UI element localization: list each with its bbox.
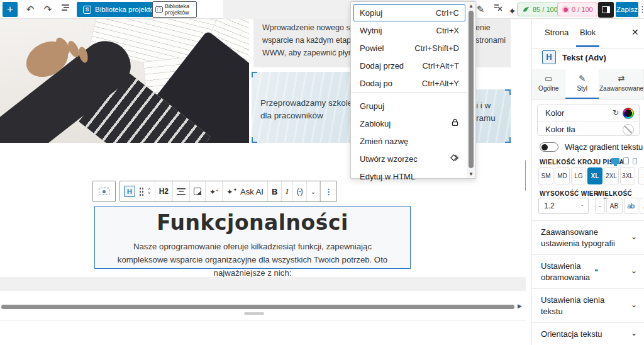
- section-heading[interactable]: Funkcjonalności: [95, 210, 410, 235]
- subtab-style[interactable]: ✎ Styl: [565, 69, 599, 99]
- reset-color-icon[interactable]: ↻: [613, 105, 619, 121]
- blue-card-text: ramu: [476, 112, 511, 125]
- style-pen-icon: ✎: [565, 74, 598, 83]
- heading-level-button[interactable]: H2: [155, 181, 173, 201]
- menu-item-add-after[interactable]: Dodaj po Ctrl+Alt+Y: [353, 75, 465, 92]
- ai-enhance-button[interactable]: ✦₊: [206, 181, 223, 201]
- italic-button[interactable]: I: [282, 181, 292, 201]
- vertical-scrollbar-thumb[interactable]: [525, 159, 526, 192]
- clear-formatting-icon[interactable]: [491, 2, 506, 17]
- accordion-border[interactable]: Ustawienia obramowania ⌄: [532, 254, 644, 288]
- size-md-button[interactable]: MD: [555, 167, 570, 184]
- gray-card-text: enie: [475, 21, 511, 34]
- project-library-secondary-button[interactable]: ▢ Biblioteka projektów: [152, 1, 197, 18]
- sidebar-panel-icon: [602, 6, 610, 13]
- shortcut-label: Ctrl+Alt+Y: [422, 75, 459, 92]
- menu-item-duplicate[interactable]: Powiel Ctrl+Shift+D: [353, 40, 465, 57]
- block-card: H Tekst (Adv): [532, 48, 644, 69]
- align-center-icon: [177, 188, 186, 195]
- ask-ai-button[interactable]: ✦✦ Ask AI: [223, 181, 268, 201]
- menu-scroll-up-icon[interactable]: ▲: [469, 3, 474, 9]
- list-view-icon[interactable]: [58, 2, 73, 17]
- size-lg-button[interactable]: LG: [571, 167, 586, 184]
- line-height-stepper-minus[interactable]: -: [581, 201, 584, 208]
- duplicate-style-button[interactable]: [190, 181, 206, 201]
- menu-item-add-before[interactable]: Dodaj przed Ctrl+Alt+T: [353, 57, 465, 74]
- redo-icon[interactable]: ↷: [40, 2, 55, 17]
- accordion-text-shadow[interactable]: Ustawienia cienia tekstu ⌄: [532, 288, 644, 322]
- seo-score-value: 85 / 100: [533, 6, 558, 13]
- undo-icon[interactable]: ↶: [23, 2, 38, 17]
- menu-scrollbar[interactable]: ▲ ▼: [467, 3, 475, 178]
- subtab-advanced[interactable]: ⇄ Zaawansowane: [599, 69, 644, 99]
- menu-item-lock[interactable]: Zablokuj: [353, 115, 465, 132]
- no-color-swatch[interactable]: [623, 124, 634, 135]
- readability-score-badge[interactable]: 0 / 100: [557, 3, 598, 16]
- drag-handle[interactable]: [139, 187, 144, 196]
- case-capitalize-button[interactable]: Ab: [640, 198, 644, 214]
- scroll-up-arrow-icon[interactable]: ▲: [525, 24, 526, 30]
- move-up-down-buttons[interactable]: ˄˅: [148, 188, 151, 195]
- save-button[interactable]: Zapisz: [616, 2, 638, 17]
- library-box-icon: ▢: [155, 6, 163, 13]
- seo-score-badge[interactable]: 85 / 100: [517, 3, 563, 16]
- selection-corner: [505, 89, 511, 95]
- resize-drag-handle[interactable]: [244, 312, 264, 315]
- scroll-right-arrow-icon[interactable]: ▶: [518, 303, 522, 309]
- tablet-icon[interactable]: [623, 157, 629, 164]
- menu-scroll-down-icon[interactable]: ▼: [469, 171, 474, 177]
- format-dropdown-button[interactable]: ⌄: [307, 181, 320, 201]
- chevron-down-icon: ⌄: [311, 188, 316, 195]
- menu-scrollbar-thumb[interactable]: [469, 11, 474, 168]
- menu-item-create-pattern[interactable]: Utwórz wzorzec: [353, 150, 465, 167]
- project-library-secondary-label: Biblioteka projektów: [165, 3, 189, 16]
- tab-block[interactable]: Blok: [580, 28, 596, 37]
- selection-corner: [252, 137, 257, 143]
- general-panel-icon: ▭: [532, 74, 565, 83]
- bold-button[interactable]: B: [268, 181, 282, 201]
- desk-photo-image[interactable]: [0, 19, 249, 143]
- scroll-down-arrow-icon[interactable]: ▼: [525, 295, 526, 301]
- settings-sidebar-toggle[interactable]: [598, 2, 614, 18]
- accordion-text-orientation[interactable]: Orientacja tekstu ⌄: [532, 322, 644, 345]
- subtab-general[interactable]: ▭ Ogólne: [532, 69, 565, 99]
- menu-item-edit-html[interactable]: Edytuj w HTML: [353, 168, 465, 185]
- custom-size-sliders-button[interactable]: ⇄: [638, 167, 644, 184]
- horizontal-scrollbar-thumb[interactable]: [1, 305, 514, 309]
- block-inserter-button[interactable]: +: [3, 2, 18, 17]
- phone-icon[interactable]: [633, 158, 637, 164]
- menu-item-cut[interactable]: Wytnij Ctrl+X: [353, 22, 465, 39]
- select-parent-block-button[interactable]: [92, 181, 116, 202]
- desktop-icon[interactable]: [611, 158, 619, 164]
- block-options-button[interactable]: ⋮: [320, 181, 336, 201]
- blue-card-text: i i w: [476, 99, 511, 112]
- menu-item-copy[interactable]: Kopiuj Ctrl+C: [353, 4, 465, 21]
- accordion-typography[interactable]: Zaawansowane ustawienia typografii ⌄: [532, 220, 644, 254]
- align-text-button[interactable]: [173, 181, 190, 201]
- heading-block-icon[interactable]: H: [124, 186, 135, 197]
- color-swatch[interactable]: [623, 108, 634, 119]
- link-icon: (-): [297, 187, 303, 196]
- link-button[interactable]: (-): [293, 181, 307, 201]
- case-none-button[interactable]: -: [595, 198, 605, 214]
- case-upper-button[interactable]: AB: [606, 198, 623, 214]
- text-color-row[interactable]: Kolor ↻: [538, 105, 639, 121]
- case-lower-button[interactable]: ab: [624, 198, 639, 214]
- section-paragraph[interactable]: Nasze oprogramowanie oferuje kilkadziesi…: [108, 240, 397, 280]
- menu-item-group[interactable]: Grupuj: [353, 98, 465, 115]
- size-xl-button[interactable]: XL: [587, 167, 602, 184]
- size-sm-button[interactable]: SM: [538, 167, 553, 184]
- options-menu-icon[interactable]: ⋮: [638, 2, 644, 17]
- tab-page[interactable]: Strona: [545, 28, 569, 37]
- sidebar-tabs: Strona Blok ✕: [532, 19, 644, 48]
- gradient-toggle[interactable]: [540, 142, 558, 152]
- size-3xl-button[interactable]: 3XL: [620, 167, 635, 184]
- size-2xl-button[interactable]: 2XL: [604, 167, 619, 184]
- close-icon[interactable]: ✕: [631, 27, 639, 37]
- readability-circle-icon: [562, 6, 569, 13]
- background-color-row[interactable]: Kolor tła: [538, 121, 639, 137]
- selected-heading-block[interactable]: Funkcjonalności Nasze oprogramowanie ofe…: [94, 206, 411, 269]
- sidebar-subtabs: ▭ Ogólne ✎ Styl ⇄ Zaawansowane: [532, 69, 644, 99]
- block-name: Tekst (Adv): [562, 53, 606, 62]
- menu-item-rename[interactable]: Zmień nazwę: [353, 133, 465, 150]
